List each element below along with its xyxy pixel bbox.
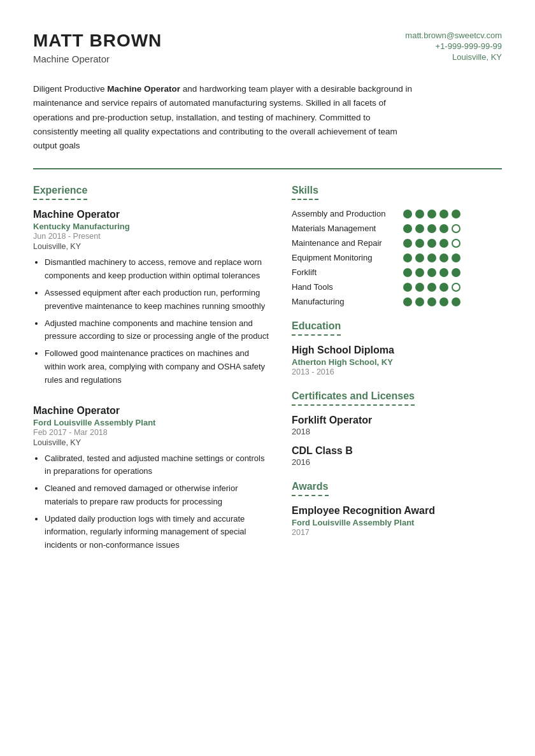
skill-dots	[403, 268, 460, 277]
exp-company: Ford Louisville Assembly Plant	[33, 418, 269, 427]
filled-dot	[403, 283, 412, 292]
skill-dots	[403, 253, 460, 262]
filled-dot	[452, 297, 460, 306]
certificates-list: Forklift Operator 2018 CDL Class B 2016	[292, 415, 502, 467]
summary: Diligent Productive Machine Operator and…	[33, 82, 415, 153]
skills-list: Assembly and Production Materials Manage…	[292, 209, 502, 306]
exp-dates: Feb 2017 - Mar 2018	[33, 428, 269, 437]
awards-section: Awards Employee Recognition Award Ford L…	[292, 481, 502, 537]
skill-label: Materials Management	[292, 224, 403, 233]
skill-label: Maintenance and Repair	[292, 238, 403, 248]
section-divider	[33, 168, 502, 169]
bullet-item: Followed good maintenance practices on m…	[45, 347, 269, 387]
cert-year: 2016	[292, 457, 502, 467]
edu-dates: 2013 - 2016	[292, 367, 502, 376]
empty-dot	[452, 239, 460, 248]
cert-year: 2018	[292, 427, 502, 436]
filled-dot	[403, 297, 412, 306]
summary-text-before: Diligent Productive	[33, 84, 107, 94]
awards-list: Employee Recognition Award Ford Louisvil…	[292, 505, 502, 537]
filled-dot	[452, 268, 460, 277]
edu-degree: High School Diploma	[292, 345, 502, 356]
exp-location: Louisville, KY	[33, 438, 269, 447]
header-contact: matt.brown@sweetcv.com +1-999-999-99-99 …	[405, 31, 502, 63]
summary-bold: Machine Operator	[107, 84, 180, 94]
filled-dot	[427, 210, 436, 218]
education-list: High School Diploma Atherton High School…	[292, 345, 502, 376]
filled-dot	[427, 283, 436, 292]
skill-label: Hand Tools	[292, 282, 403, 292]
filled-dot	[415, 268, 424, 277]
bullet-item: Cleaned and removed damaged or otherwise…	[45, 482, 269, 509]
skill-dots	[403, 239, 460, 248]
main-content: Experience Machine Operator Kentucky Man…	[33, 185, 502, 570]
skill-label: Manufacturing	[292, 297, 403, 306]
bullet-item: Adjusted machine components and machine …	[45, 317, 269, 344]
experience-item: Machine Operator Kentucky Manufacturing …	[33, 209, 269, 387]
exp-bullets: Calibrated, tested and adjusted machine …	[33, 452, 269, 553]
exp-location: Louisville, KY	[33, 242, 269, 251]
filled-dot	[415, 253, 424, 262]
contact-location: Louisville, KY	[405, 52, 502, 62]
empty-dot	[452, 283, 460, 292]
summary-text-after: and hardworking team player with a desir…	[33, 84, 412, 150]
filled-dot	[439, 210, 448, 218]
right-column: Skills Assembly and Production Materials…	[292, 185, 502, 570]
education-section: Education High School Diploma Atherton H…	[292, 320, 502, 376]
skill-row: Hand Tools	[292, 282, 502, 292]
filled-dot	[403, 224, 412, 233]
header-left: MATT BROWN Machine Operator	[33, 31, 162, 64]
cert-name: CDL Class B	[292, 445, 502, 457]
filled-dot	[439, 297, 448, 306]
certificate-item: CDL Class B 2016	[292, 445, 502, 467]
award-name: Employee Recognition Award	[292, 505, 502, 517]
skills-section-title: Skills	[292, 185, 318, 200]
skill-row: Equipment Monitoring	[292, 253, 502, 262]
experience-section-title: Experience	[33, 185, 87, 200]
filled-dot	[427, 224, 436, 233]
skill-row: Forklift	[292, 267, 502, 277]
filled-dot	[427, 253, 436, 262]
bullet-item: Calibrated, tested and adjusted machine …	[45, 452, 269, 479]
filled-dot	[403, 210, 412, 218]
filled-dot	[415, 297, 424, 306]
filled-dot	[427, 297, 436, 306]
contact-email: matt.brown@sweetcv.com	[405, 31, 502, 40]
left-column: Experience Machine Operator Kentucky Man…	[33, 185, 269, 570]
skill-row: Manufacturing	[292, 297, 502, 306]
exp-company: Kentucky Manufacturing	[33, 222, 269, 231]
award-org: Ford Louisville Assembly Plant	[292, 518, 502, 527]
filled-dot	[439, 253, 448, 262]
bullet-item: Dismantled machinery to access, remove a…	[45, 256, 269, 283]
bullet-item: Assessed equipment after each production…	[45, 287, 269, 313]
skill-dots	[403, 297, 460, 306]
bullet-item: Updated daily production logs with timel…	[45, 513, 269, 552]
skills-section: Skills Assembly and Production Materials…	[292, 185, 502, 306]
skill-label: Equipment Monitoring	[292, 253, 403, 262]
skill-dots	[403, 210, 460, 218]
candidate-title: Machine Operator	[33, 53, 162, 64]
filled-dot	[452, 253, 460, 262]
cert-name: Forklift Operator	[292, 415, 502, 426]
exp-job-title: Machine Operator	[33, 209, 269, 220]
skill-row: Assembly and Production	[292, 209, 502, 218]
exp-bullets: Dismantled machinery to access, remove a…	[33, 256, 269, 387]
filled-dot	[415, 239, 424, 248]
candidate-name: MATT BROWN	[33, 31, 162, 51]
award-item: Employee Recognition Award Ford Louisvil…	[292, 505, 502, 537]
filled-dot	[415, 224, 424, 233]
exp-dates: Jun 2018 - Present	[33, 232, 269, 241]
header: MATT BROWN Machine Operator matt.brown@s…	[33, 31, 502, 64]
experience-item: Machine Operator Ford Louisville Assembl…	[33, 405, 269, 553]
education-section-title: Education	[292, 320, 341, 336]
empty-dot	[452, 224, 460, 233]
skill-label: Assembly and Production	[292, 209, 403, 218]
experience-list: Machine Operator Kentucky Manufacturing …	[33, 209, 269, 552]
skill-dots	[403, 283, 460, 292]
skill-row: Maintenance and Repair	[292, 238, 502, 248]
filled-dot	[403, 239, 412, 248]
filled-dot	[452, 210, 460, 218]
filled-dot	[439, 268, 448, 277]
certificate-item: Forklift Operator 2018	[292, 415, 502, 436]
filled-dot	[427, 239, 436, 248]
